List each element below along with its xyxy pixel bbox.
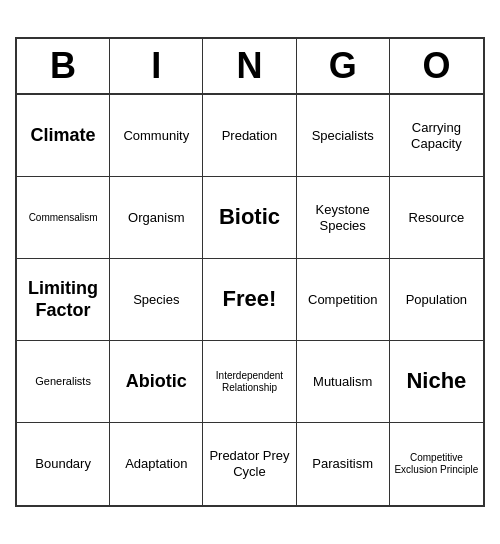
bingo-cell-2[interactable]: Predation xyxy=(203,95,296,177)
bingo-header: B I N G O xyxy=(17,39,483,95)
bingo-cell-16[interactable]: Abiotic xyxy=(110,341,203,423)
cell-text-14: Population xyxy=(406,292,467,308)
bingo-cell-22[interactable]: Predator Prey Cycle xyxy=(203,423,296,505)
cell-text-5: Commensalism xyxy=(29,212,98,224)
bingo-cell-10[interactable]: Limiting Factor xyxy=(17,259,110,341)
bingo-cell-9[interactable]: Resource xyxy=(390,177,483,259)
bingo-cell-13[interactable]: Competition xyxy=(297,259,390,341)
bingo-cell-3[interactable]: Specialists xyxy=(297,95,390,177)
cell-text-7: Biotic xyxy=(219,204,280,230)
cell-text-6: Organism xyxy=(128,210,184,226)
bingo-cell-19[interactable]: Niche xyxy=(390,341,483,423)
bingo-cell-4[interactable]: Carrying Capacity xyxy=(390,95,483,177)
header-o: O xyxy=(390,39,483,93)
cell-text-18: Mutualism xyxy=(313,374,372,390)
header-i: I xyxy=(110,39,203,93)
cell-text-8: Keystone Species xyxy=(300,202,386,233)
cell-text-15: Generalists xyxy=(35,375,91,388)
cell-text-0: Climate xyxy=(31,125,96,147)
bingo-cell-17[interactable]: Interdependent Relationship xyxy=(203,341,296,423)
cell-text-2: Predation xyxy=(222,128,278,144)
cell-text-17: Interdependent Relationship xyxy=(206,370,292,394)
bingo-cell-8[interactable]: Keystone Species xyxy=(297,177,390,259)
bingo-cell-1[interactable]: Community xyxy=(110,95,203,177)
cell-text-13: Competition xyxy=(308,292,377,308)
cell-text-21: Adaptation xyxy=(125,456,187,472)
cell-text-10: Limiting Factor xyxy=(20,278,106,321)
bingo-cell-12[interactable]: Free! xyxy=(203,259,296,341)
cell-text-11: Species xyxy=(133,292,179,308)
bingo-cell-18[interactable]: Mutualism xyxy=(297,341,390,423)
bingo-cell-6[interactable]: Organism xyxy=(110,177,203,259)
cell-text-20: Boundary xyxy=(35,456,91,472)
bingo-cell-11[interactable]: Species xyxy=(110,259,203,341)
cell-text-22: Predator Prey Cycle xyxy=(206,448,292,479)
header-b: B xyxy=(17,39,110,93)
bingo-grid: ClimateCommunityPredationSpecialistsCarr… xyxy=(17,95,483,505)
header-g: G xyxy=(297,39,390,93)
bingo-card: B I N G O ClimateCommunityPredationSpeci… xyxy=(15,37,485,507)
cell-text-1: Community xyxy=(123,128,189,144)
bingo-cell-0[interactable]: Climate xyxy=(17,95,110,177)
bingo-cell-20[interactable]: Boundary xyxy=(17,423,110,505)
cell-text-24: Competitive Exclusion Principle xyxy=(393,452,480,476)
cell-text-19: Niche xyxy=(406,368,466,394)
bingo-cell-21[interactable]: Adaptation xyxy=(110,423,203,505)
cell-text-12: Free! xyxy=(223,286,277,312)
cell-text-4: Carrying Capacity xyxy=(393,120,480,151)
bingo-cell-24[interactable]: Competitive Exclusion Principle xyxy=(390,423,483,505)
bingo-cell-7[interactable]: Biotic xyxy=(203,177,296,259)
cell-text-3: Specialists xyxy=(312,128,374,144)
cell-text-23: Parasitism xyxy=(312,456,373,472)
bingo-cell-15[interactable]: Generalists xyxy=(17,341,110,423)
cell-text-9: Resource xyxy=(409,210,465,226)
cell-text-16: Abiotic xyxy=(126,371,187,393)
bingo-cell-5[interactable]: Commensalism xyxy=(17,177,110,259)
bingo-cell-14[interactable]: Population xyxy=(390,259,483,341)
header-n: N xyxy=(203,39,296,93)
bingo-cell-23[interactable]: Parasitism xyxy=(297,423,390,505)
